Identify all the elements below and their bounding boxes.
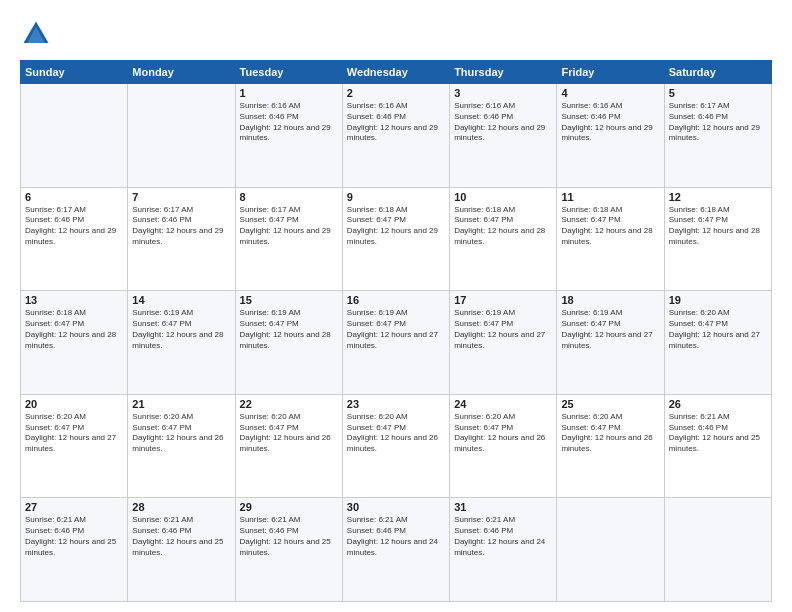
calendar-header-monday: Monday [128, 61, 235, 84]
calendar-week-5: 27Sunrise: 6:21 AM Sunset: 6:46 PM Dayli… [21, 498, 772, 602]
day-number: 27 [25, 501, 123, 513]
logo-icon [20, 18, 52, 50]
day-detail: Sunrise: 6:20 AM Sunset: 6:47 PM Dayligh… [669, 308, 767, 351]
day-detail: Sunrise: 6:21 AM Sunset: 6:46 PM Dayligh… [240, 515, 338, 558]
calendar-cell: 22Sunrise: 6:20 AM Sunset: 6:47 PM Dayli… [235, 394, 342, 498]
calendar-cell: 8Sunrise: 6:17 AM Sunset: 6:47 PM Daylig… [235, 187, 342, 291]
day-number: 28 [132, 501, 230, 513]
day-number: 2 [347, 87, 445, 99]
calendar-cell: 20Sunrise: 6:20 AM Sunset: 6:47 PM Dayli… [21, 394, 128, 498]
calendar-cell: 12Sunrise: 6:18 AM Sunset: 6:47 PM Dayli… [664, 187, 771, 291]
day-detail: Sunrise: 6:17 AM Sunset: 6:46 PM Dayligh… [669, 101, 767, 144]
calendar-header-sunday: Sunday [21, 61, 128, 84]
calendar-cell: 7Sunrise: 6:17 AM Sunset: 6:46 PM Daylig… [128, 187, 235, 291]
day-detail: Sunrise: 6:19 AM Sunset: 6:47 PM Dayligh… [561, 308, 659, 351]
calendar-header-wednesday: Wednesday [342, 61, 449, 84]
day-number: 12 [669, 191, 767, 203]
day-number: 5 [669, 87, 767, 99]
day-detail: Sunrise: 6:16 AM Sunset: 6:46 PM Dayligh… [240, 101, 338, 144]
calendar-cell: 27Sunrise: 6:21 AM Sunset: 6:46 PM Dayli… [21, 498, 128, 602]
day-number: 29 [240, 501, 338, 513]
day-number: 26 [669, 398, 767, 410]
calendar-cell: 14Sunrise: 6:19 AM Sunset: 6:47 PM Dayli… [128, 291, 235, 395]
day-detail: Sunrise: 6:17 AM Sunset: 6:46 PM Dayligh… [25, 205, 123, 248]
day-detail: Sunrise: 6:17 AM Sunset: 6:47 PM Dayligh… [240, 205, 338, 248]
day-detail: Sunrise: 6:19 AM Sunset: 6:47 PM Dayligh… [132, 308, 230, 351]
day-detail: Sunrise: 6:21 AM Sunset: 6:46 PM Dayligh… [132, 515, 230, 558]
day-number: 23 [347, 398, 445, 410]
day-number: 14 [132, 294, 230, 306]
day-detail: Sunrise: 6:18 AM Sunset: 6:47 PM Dayligh… [669, 205, 767, 248]
calendar-cell: 29Sunrise: 6:21 AM Sunset: 6:46 PM Dayli… [235, 498, 342, 602]
calendar-cell: 15Sunrise: 6:19 AM Sunset: 6:47 PM Dayli… [235, 291, 342, 395]
day-number: 17 [454, 294, 552, 306]
calendar-cell: 11Sunrise: 6:18 AM Sunset: 6:47 PM Dayli… [557, 187, 664, 291]
calendar-cell [664, 498, 771, 602]
day-number: 24 [454, 398, 552, 410]
day-number: 31 [454, 501, 552, 513]
day-number: 20 [25, 398, 123, 410]
day-number: 3 [454, 87, 552, 99]
calendar-cell: 10Sunrise: 6:18 AM Sunset: 6:47 PM Dayli… [450, 187, 557, 291]
day-detail: Sunrise: 6:19 AM Sunset: 6:47 PM Dayligh… [347, 308, 445, 351]
day-number: 13 [25, 294, 123, 306]
calendar-cell: 5Sunrise: 6:17 AM Sunset: 6:46 PM Daylig… [664, 84, 771, 188]
day-number: 9 [347, 191, 445, 203]
calendar-cell: 4Sunrise: 6:16 AM Sunset: 6:46 PM Daylig… [557, 84, 664, 188]
day-number: 7 [132, 191, 230, 203]
day-number: 4 [561, 87, 659, 99]
day-number: 8 [240, 191, 338, 203]
day-number: 10 [454, 191, 552, 203]
calendar-cell: 31Sunrise: 6:21 AM Sunset: 6:46 PM Dayli… [450, 498, 557, 602]
calendar-cell [21, 84, 128, 188]
day-detail: Sunrise: 6:19 AM Sunset: 6:47 PM Dayligh… [454, 308, 552, 351]
day-detail: Sunrise: 6:20 AM Sunset: 6:47 PM Dayligh… [561, 412, 659, 455]
day-number: 6 [25, 191, 123, 203]
calendar-cell: 18Sunrise: 6:19 AM Sunset: 6:47 PM Dayli… [557, 291, 664, 395]
day-detail: Sunrise: 6:18 AM Sunset: 6:47 PM Dayligh… [561, 205, 659, 248]
day-number: 11 [561, 191, 659, 203]
calendar-cell: 23Sunrise: 6:20 AM Sunset: 6:47 PM Dayli… [342, 394, 449, 498]
calendar-table: SundayMondayTuesdayWednesdayThursdayFrid… [20, 60, 772, 602]
logo [20, 18, 56, 50]
calendar-cell: 9Sunrise: 6:18 AM Sunset: 6:47 PM Daylig… [342, 187, 449, 291]
day-detail: Sunrise: 6:18 AM Sunset: 6:47 PM Dayligh… [25, 308, 123, 351]
calendar-cell: 6Sunrise: 6:17 AM Sunset: 6:46 PM Daylig… [21, 187, 128, 291]
calendar-header-row: SundayMondayTuesdayWednesdayThursdayFrid… [21, 61, 772, 84]
day-number: 19 [669, 294, 767, 306]
day-detail: Sunrise: 6:16 AM Sunset: 6:46 PM Dayligh… [561, 101, 659, 144]
day-number: 1 [240, 87, 338, 99]
calendar-cell: 17Sunrise: 6:19 AM Sunset: 6:47 PM Dayli… [450, 291, 557, 395]
day-number: 16 [347, 294, 445, 306]
day-detail: Sunrise: 6:21 AM Sunset: 6:46 PM Dayligh… [25, 515, 123, 558]
page: SundayMondayTuesdayWednesdayThursdayFrid… [0, 0, 792, 612]
day-number: 30 [347, 501, 445, 513]
day-detail: Sunrise: 6:20 AM Sunset: 6:47 PM Dayligh… [347, 412, 445, 455]
day-detail: Sunrise: 6:20 AM Sunset: 6:47 PM Dayligh… [132, 412, 230, 455]
header [20, 18, 772, 50]
calendar-cell: 1Sunrise: 6:16 AM Sunset: 6:46 PM Daylig… [235, 84, 342, 188]
day-number: 21 [132, 398, 230, 410]
day-detail: Sunrise: 6:18 AM Sunset: 6:47 PM Dayligh… [347, 205, 445, 248]
calendar-cell: 21Sunrise: 6:20 AM Sunset: 6:47 PM Dayli… [128, 394, 235, 498]
calendar-cell: 30Sunrise: 6:21 AM Sunset: 6:46 PM Dayli… [342, 498, 449, 602]
calendar-cell: 25Sunrise: 6:20 AM Sunset: 6:47 PM Dayli… [557, 394, 664, 498]
day-number: 15 [240, 294, 338, 306]
calendar-week-2: 6Sunrise: 6:17 AM Sunset: 6:46 PM Daylig… [21, 187, 772, 291]
calendar-cell [128, 84, 235, 188]
day-detail: Sunrise: 6:20 AM Sunset: 6:47 PM Dayligh… [454, 412, 552, 455]
calendar-header-friday: Friday [557, 61, 664, 84]
day-detail: Sunrise: 6:21 AM Sunset: 6:46 PM Dayligh… [669, 412, 767, 455]
day-detail: Sunrise: 6:21 AM Sunset: 6:46 PM Dayligh… [454, 515, 552, 558]
calendar-cell: 19Sunrise: 6:20 AM Sunset: 6:47 PM Dayli… [664, 291, 771, 395]
calendar-cell: 2Sunrise: 6:16 AM Sunset: 6:46 PM Daylig… [342, 84, 449, 188]
calendar-week-4: 20Sunrise: 6:20 AM Sunset: 6:47 PM Dayli… [21, 394, 772, 498]
day-detail: Sunrise: 6:18 AM Sunset: 6:47 PM Dayligh… [454, 205, 552, 248]
calendar-header-tuesday: Tuesday [235, 61, 342, 84]
calendar-header-thursday: Thursday [450, 61, 557, 84]
day-detail: Sunrise: 6:20 AM Sunset: 6:47 PM Dayligh… [240, 412, 338, 455]
day-detail: Sunrise: 6:21 AM Sunset: 6:46 PM Dayligh… [347, 515, 445, 558]
day-detail: Sunrise: 6:20 AM Sunset: 6:47 PM Dayligh… [25, 412, 123, 455]
day-detail: Sunrise: 6:16 AM Sunset: 6:46 PM Dayligh… [454, 101, 552, 144]
calendar-week-3: 13Sunrise: 6:18 AM Sunset: 6:47 PM Dayli… [21, 291, 772, 395]
